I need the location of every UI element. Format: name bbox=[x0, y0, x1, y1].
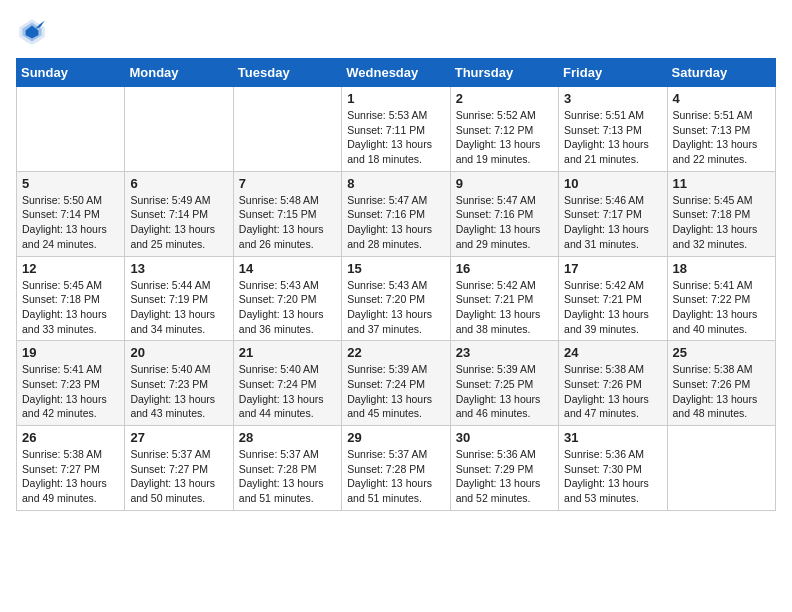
calendar-cell: 11Sunrise: 5:45 AM Sunset: 7:18 PM Dayli… bbox=[667, 171, 775, 256]
day-info: Sunrise: 5:38 AM Sunset: 7:26 PM Dayligh… bbox=[673, 362, 770, 421]
calendar-cell bbox=[233, 87, 341, 172]
calendar-cell: 12Sunrise: 5:45 AM Sunset: 7:18 PM Dayli… bbox=[17, 256, 125, 341]
day-number: 5 bbox=[22, 176, 119, 191]
day-number: 10 bbox=[564, 176, 661, 191]
calendar-cell: 8Sunrise: 5:47 AM Sunset: 7:16 PM Daylig… bbox=[342, 171, 450, 256]
calendar-cell: 20Sunrise: 5:40 AM Sunset: 7:23 PM Dayli… bbox=[125, 341, 233, 426]
day-info: Sunrise: 5:43 AM Sunset: 7:20 PM Dayligh… bbox=[239, 278, 336, 337]
calendar-cell: 29Sunrise: 5:37 AM Sunset: 7:28 PM Dayli… bbox=[342, 426, 450, 511]
day-number: 31 bbox=[564, 430, 661, 445]
day-info: Sunrise: 5:52 AM Sunset: 7:12 PM Dayligh… bbox=[456, 108, 553, 167]
calendar-cell: 13Sunrise: 5:44 AM Sunset: 7:19 PM Dayli… bbox=[125, 256, 233, 341]
calendar-week-row: 12Sunrise: 5:45 AM Sunset: 7:18 PM Dayli… bbox=[17, 256, 776, 341]
calendar-cell: 9Sunrise: 5:47 AM Sunset: 7:16 PM Daylig… bbox=[450, 171, 558, 256]
day-info: Sunrise: 5:39 AM Sunset: 7:24 PM Dayligh… bbox=[347, 362, 444, 421]
calendar-week-row: 5Sunrise: 5:50 AM Sunset: 7:14 PM Daylig… bbox=[17, 171, 776, 256]
day-info: Sunrise: 5:44 AM Sunset: 7:19 PM Dayligh… bbox=[130, 278, 227, 337]
calendar-cell: 5Sunrise: 5:50 AM Sunset: 7:14 PM Daylig… bbox=[17, 171, 125, 256]
day-header-friday: Friday bbox=[559, 59, 667, 87]
calendar-cell: 1Sunrise: 5:53 AM Sunset: 7:11 PM Daylig… bbox=[342, 87, 450, 172]
day-number: 19 bbox=[22, 345, 119, 360]
day-info: Sunrise: 5:38 AM Sunset: 7:27 PM Dayligh… bbox=[22, 447, 119, 506]
logo-icon bbox=[16, 16, 48, 48]
calendar-cell: 15Sunrise: 5:43 AM Sunset: 7:20 PM Dayli… bbox=[342, 256, 450, 341]
calendar-cell: 24Sunrise: 5:38 AM Sunset: 7:26 PM Dayli… bbox=[559, 341, 667, 426]
day-number: 13 bbox=[130, 261, 227, 276]
day-number: 18 bbox=[673, 261, 770, 276]
calendar-cell: 27Sunrise: 5:37 AM Sunset: 7:27 PM Dayli… bbox=[125, 426, 233, 511]
day-number: 17 bbox=[564, 261, 661, 276]
calendar-cell bbox=[125, 87, 233, 172]
calendar-cell: 18Sunrise: 5:41 AM Sunset: 7:22 PM Dayli… bbox=[667, 256, 775, 341]
calendar-header-row: SundayMondayTuesdayWednesdayThursdayFrid… bbox=[17, 59, 776, 87]
calendar-cell: 10Sunrise: 5:46 AM Sunset: 7:17 PM Dayli… bbox=[559, 171, 667, 256]
day-header-saturday: Saturday bbox=[667, 59, 775, 87]
page-header bbox=[16, 16, 776, 48]
calendar-table: SundayMondayTuesdayWednesdayThursdayFrid… bbox=[16, 58, 776, 511]
day-info: Sunrise: 5:48 AM Sunset: 7:15 PM Dayligh… bbox=[239, 193, 336, 252]
day-number: 6 bbox=[130, 176, 227, 191]
day-number: 14 bbox=[239, 261, 336, 276]
day-number: 4 bbox=[673, 91, 770, 106]
day-number: 28 bbox=[239, 430, 336, 445]
day-header-tuesday: Tuesday bbox=[233, 59, 341, 87]
calendar-cell bbox=[17, 87, 125, 172]
day-number: 3 bbox=[564, 91, 661, 106]
day-number: 30 bbox=[456, 430, 553, 445]
calendar-cell: 19Sunrise: 5:41 AM Sunset: 7:23 PM Dayli… bbox=[17, 341, 125, 426]
day-number: 16 bbox=[456, 261, 553, 276]
day-number: 29 bbox=[347, 430, 444, 445]
calendar-cell: 26Sunrise: 5:38 AM Sunset: 7:27 PM Dayli… bbox=[17, 426, 125, 511]
day-info: Sunrise: 5:38 AM Sunset: 7:26 PM Dayligh… bbox=[564, 362, 661, 421]
day-info: Sunrise: 5:40 AM Sunset: 7:23 PM Dayligh… bbox=[130, 362, 227, 421]
day-header-wednesday: Wednesday bbox=[342, 59, 450, 87]
day-info: Sunrise: 5:40 AM Sunset: 7:24 PM Dayligh… bbox=[239, 362, 336, 421]
calendar-cell: 6Sunrise: 5:49 AM Sunset: 7:14 PM Daylig… bbox=[125, 171, 233, 256]
calendar-cell: 21Sunrise: 5:40 AM Sunset: 7:24 PM Dayli… bbox=[233, 341, 341, 426]
day-number: 24 bbox=[564, 345, 661, 360]
day-number: 9 bbox=[456, 176, 553, 191]
day-number: 27 bbox=[130, 430, 227, 445]
day-number: 23 bbox=[456, 345, 553, 360]
calendar-cell: 3Sunrise: 5:51 AM Sunset: 7:13 PM Daylig… bbox=[559, 87, 667, 172]
calendar-cell: 30Sunrise: 5:36 AM Sunset: 7:29 PM Dayli… bbox=[450, 426, 558, 511]
calendar-cell: 17Sunrise: 5:42 AM Sunset: 7:21 PM Dayli… bbox=[559, 256, 667, 341]
day-number: 11 bbox=[673, 176, 770, 191]
day-info: Sunrise: 5:36 AM Sunset: 7:30 PM Dayligh… bbox=[564, 447, 661, 506]
day-info: Sunrise: 5:36 AM Sunset: 7:29 PM Dayligh… bbox=[456, 447, 553, 506]
day-number: 7 bbox=[239, 176, 336, 191]
day-header-monday: Monday bbox=[125, 59, 233, 87]
day-number: 8 bbox=[347, 176, 444, 191]
calendar-cell: 28Sunrise: 5:37 AM Sunset: 7:28 PM Dayli… bbox=[233, 426, 341, 511]
calendar-cell: 25Sunrise: 5:38 AM Sunset: 7:26 PM Dayli… bbox=[667, 341, 775, 426]
day-info: Sunrise: 5:37 AM Sunset: 7:27 PM Dayligh… bbox=[130, 447, 227, 506]
calendar-cell: 2Sunrise: 5:52 AM Sunset: 7:12 PM Daylig… bbox=[450, 87, 558, 172]
day-info: Sunrise: 5:50 AM Sunset: 7:14 PM Dayligh… bbox=[22, 193, 119, 252]
day-info: Sunrise: 5:43 AM Sunset: 7:20 PM Dayligh… bbox=[347, 278, 444, 337]
day-number: 1 bbox=[347, 91, 444, 106]
day-header-thursday: Thursday bbox=[450, 59, 558, 87]
calendar-cell: 7Sunrise: 5:48 AM Sunset: 7:15 PM Daylig… bbox=[233, 171, 341, 256]
logo bbox=[16, 16, 52, 48]
calendar-cell bbox=[667, 426, 775, 511]
day-info: Sunrise: 5:53 AM Sunset: 7:11 PM Dayligh… bbox=[347, 108, 444, 167]
day-info: Sunrise: 5:42 AM Sunset: 7:21 PM Dayligh… bbox=[564, 278, 661, 337]
day-number: 2 bbox=[456, 91, 553, 106]
day-number: 15 bbox=[347, 261, 444, 276]
day-header-sunday: Sunday bbox=[17, 59, 125, 87]
day-info: Sunrise: 5:47 AM Sunset: 7:16 PM Dayligh… bbox=[347, 193, 444, 252]
calendar-cell: 16Sunrise: 5:42 AM Sunset: 7:21 PM Dayli… bbox=[450, 256, 558, 341]
day-info: Sunrise: 5:39 AM Sunset: 7:25 PM Dayligh… bbox=[456, 362, 553, 421]
day-info: Sunrise: 5:51 AM Sunset: 7:13 PM Dayligh… bbox=[673, 108, 770, 167]
day-number: 12 bbox=[22, 261, 119, 276]
day-info: Sunrise: 5:47 AM Sunset: 7:16 PM Dayligh… bbox=[456, 193, 553, 252]
day-info: Sunrise: 5:42 AM Sunset: 7:21 PM Dayligh… bbox=[456, 278, 553, 337]
calendar-week-row: 26Sunrise: 5:38 AM Sunset: 7:27 PM Dayli… bbox=[17, 426, 776, 511]
day-info: Sunrise: 5:49 AM Sunset: 7:14 PM Dayligh… bbox=[130, 193, 227, 252]
calendar-cell: 31Sunrise: 5:36 AM Sunset: 7:30 PM Dayli… bbox=[559, 426, 667, 511]
day-number: 25 bbox=[673, 345, 770, 360]
day-info: Sunrise: 5:45 AM Sunset: 7:18 PM Dayligh… bbox=[673, 193, 770, 252]
day-info: Sunrise: 5:37 AM Sunset: 7:28 PM Dayligh… bbox=[239, 447, 336, 506]
day-info: Sunrise: 5:45 AM Sunset: 7:18 PM Dayligh… bbox=[22, 278, 119, 337]
day-info: Sunrise: 5:46 AM Sunset: 7:17 PM Dayligh… bbox=[564, 193, 661, 252]
